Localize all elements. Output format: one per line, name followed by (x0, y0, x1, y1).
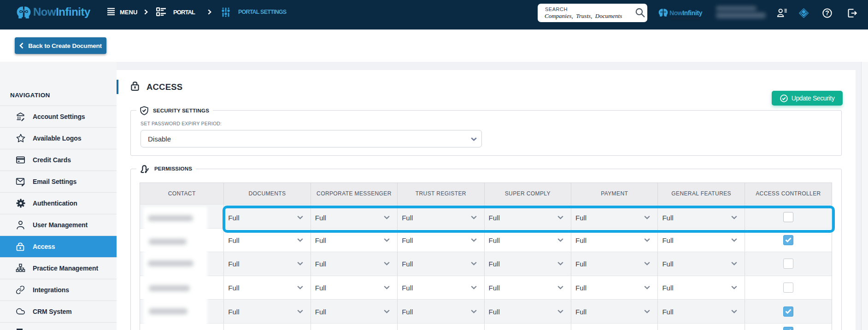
svg-text:?: ? (825, 9, 829, 17)
